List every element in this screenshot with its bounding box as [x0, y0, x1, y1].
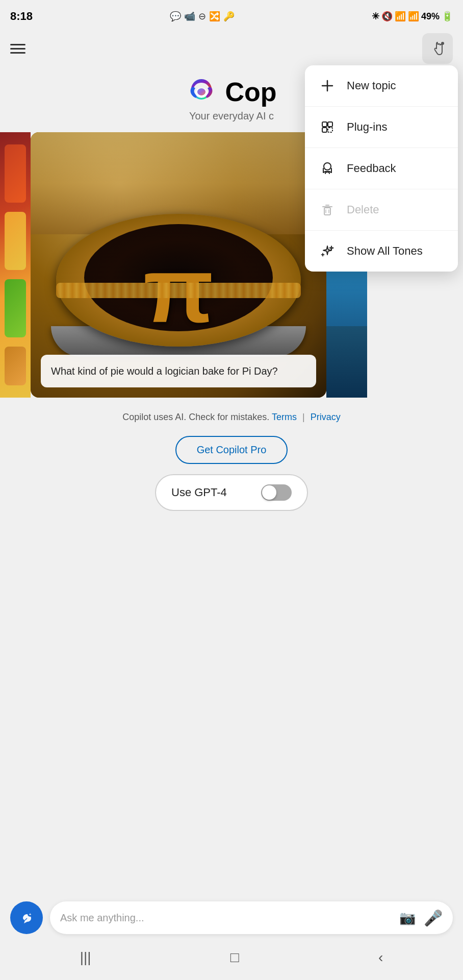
status-time: 8:18 — [10, 10, 33, 23]
left-food-image — [0, 132, 31, 398]
app-title: Cop — [225, 77, 276, 107]
more-options-button[interactable] — [422, 33, 453, 64]
privacy-link[interactable]: Privacy — [311, 412, 341, 422]
ask-icons: 📷 🎤 — [399, 909, 443, 927]
svg-rect-7 — [328, 128, 332, 132]
wifi-icon: 📶 — [395, 11, 406, 22]
routing-icon: 🔀 — [209, 11, 220, 22]
hamburger-menu[interactable] — [10, 44, 25, 54]
svg-rect-6 — [322, 128, 327, 132]
menu-item-delete: Delete — [305, 189, 458, 231]
dropdown-menu: New topic Plug-ins Feedback — [305, 65, 458, 272]
plugins-icon — [318, 118, 337, 136]
cursor-icon — [428, 39, 447, 58]
carousel-item-main: π What kind of pie would a logician bake… — [31, 132, 326, 398]
input-row: + Ask me anything... 📷 🎤 — [0, 895, 463, 940]
video-icon: 📹 — [184, 11, 195, 22]
nav-bar: ||| □ ‹ — [0, 940, 463, 980]
keys-icon: 🔑 — [223, 11, 235, 22]
new-chat-button[interactable]: + — [10, 901, 43, 934]
hamburger-line-2 — [10, 48, 25, 50]
sparkles-icon — [318, 242, 337, 260]
terms-link[interactable]: Terms — [272, 412, 297, 422]
gpt4-toggle-container: Use GPT-4 — [155, 474, 308, 511]
svg-point-8 — [324, 163, 331, 170]
signal-icon: 📶 — [408, 11, 419, 22]
camera-icon[interactable]: 📷 — [399, 910, 416, 926]
menu-label-delete: Delete — [347, 203, 379, 216]
menu-label-new-topic: New topic — [347, 79, 396, 92]
messenger-icon: 💬 — [170, 11, 181, 22]
svg-point-0 — [441, 42, 444, 45]
plus-icon — [318, 77, 337, 95]
bluetooth-icon: ✳ — [372, 11, 379, 22]
menu-label-plugins: Plug-ins — [347, 120, 387, 134]
status-icons: 💬 📹 ⊖ 🔀 🔑 — [170, 11, 235, 22]
minus-icon: ⊖ — [198, 11, 206, 22]
status-right: ✳ 🔇 📶 📶 49% 🔋 — [372, 11, 453, 22]
nav-menu-button[interactable]: ||| — [65, 945, 107, 970]
menu-label-feedback: Feedback — [347, 162, 396, 175]
menu-item-feedback[interactable]: Feedback — [305, 148, 458, 189]
gpt4-label: Use GPT-4 — [171, 486, 227, 499]
nav-home-button[interactable]: □ — [215, 945, 254, 970]
nav-back-button[interactable]: ‹ — [363, 945, 398, 970]
carousel-item-left — [0, 132, 31, 398]
svg-rect-4 — [322, 122, 327, 127]
pie-caption: What kind of pie would a logician bake f… — [41, 355, 316, 387]
separator: | — [302, 412, 305, 422]
hamburger-line-3 — [10, 52, 25, 54]
menu-item-show-all-tones[interactable]: Show All Tones — [305, 231, 458, 272]
mute-icon: 🔇 — [381, 11, 393, 22]
ask-input-container[interactable]: Ask me anything... 📷 🎤 — [50, 901, 453, 934]
info-text: Copilot uses AI. Check for mistakes. — [122, 412, 269, 422]
info-bar: Copilot uses AI. Check for mistakes. Ter… — [0, 398, 463, 431]
battery-label: 49% — [421, 11, 440, 22]
get-copilot-pro-button[interactable]: Get Copilot Pro — [175, 436, 288, 464]
top-nav — [0, 31, 463, 66]
svg-rect-9 — [324, 208, 330, 215]
bottom-area: + Ask me anything... 📷 🎤 ||| □ ‹ — [0, 895, 463, 980]
toggle-knob — [262, 485, 276, 500]
menu-item-new-topic[interactable]: New topic — [305, 65, 458, 107]
trash-icon — [318, 201, 337, 219]
microphone-icon[interactable]: 🎤 — [424, 909, 443, 927]
menu-label-show-all-tones: Show All Tones — [347, 244, 423, 258]
svg-rect-5 — [328, 122, 332, 127]
gpt4-toggle[interactable] — [261, 484, 292, 501]
battery-icon: 🔋 — [442, 11, 453, 22]
copilot-logo — [186, 77, 217, 107]
svg-text:+: + — [29, 912, 32, 917]
menu-item-plugins[interactable]: Plug-ins — [305, 107, 458, 148]
ask-placeholder: Ask me anything... — [60, 912, 399, 924]
feedback-icon — [318, 159, 337, 178]
status-bar: 8:18 💬 📹 ⊖ 🔀 🔑 ✳ 🔇 📶 📶 49% 🔋 — [0, 0, 463, 31]
hamburger-line-1 — [10, 44, 25, 45]
